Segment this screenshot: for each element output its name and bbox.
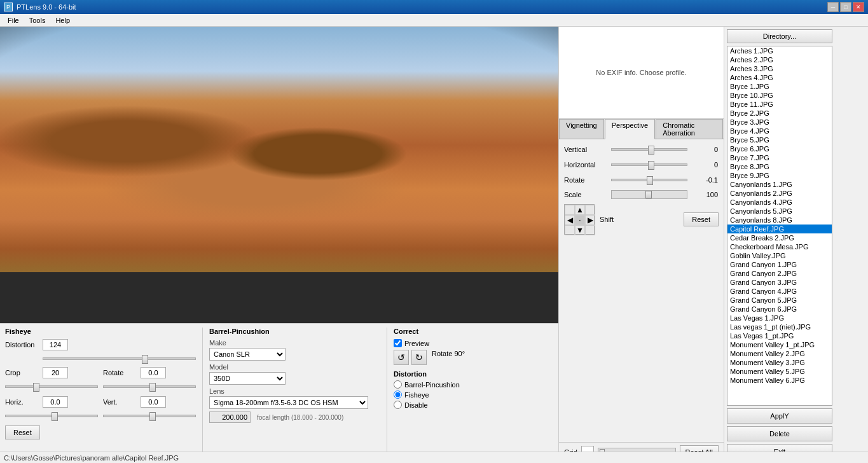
apply-button[interactable]: ApplY bbox=[727, 408, 832, 424]
file-item[interactable]: Las Vegas 1_pt.JPG bbox=[727, 331, 832, 340]
file-item[interactable]: Las vegas 1_pt (niet).JPG bbox=[727, 322, 832, 331]
file-item[interactable]: Bryce 4.JPG bbox=[727, 127, 832, 135]
fisheye-rotate-slider[interactable] bbox=[103, 381, 196, 392]
vertical-thumb[interactable] bbox=[648, 146, 654, 155]
file-item[interactable]: Grand Canyon 4.JPG bbox=[727, 287, 832, 296]
vert-thumb[interactable] bbox=[149, 412, 156, 421]
scale-slider[interactable] bbox=[611, 190, 687, 199]
horizontal-thumb[interactable] bbox=[648, 161, 654, 170]
crop-input[interactable] bbox=[43, 367, 68, 378]
vertical-slider[interactable] bbox=[611, 144, 687, 155]
shift-up[interactable]: ▲ bbox=[575, 205, 585, 215]
distortion-thumb[interactable] bbox=[142, 355, 148, 364]
shift-downleft[interactable] bbox=[565, 225, 575, 235]
tab-perspective[interactable]: Perspective bbox=[605, 119, 655, 139]
file-item[interactable]: Monument Valley 2.JPG bbox=[727, 349, 832, 358]
horiz-input[interactable] bbox=[43, 396, 68, 408]
file-item[interactable]: Canyonlands 8.JPG bbox=[727, 216, 832, 225]
file-item[interactable]: Arches 2.JPG bbox=[727, 55, 832, 64]
file-list[interactable]: Arches 1.JPGArches 2.JPGArches 3.JPGArch… bbox=[727, 46, 832, 406]
horiz-slider[interactable] bbox=[5, 410, 98, 422]
close-button[interactable]: ✕ bbox=[853, 2, 864, 12]
file-item[interactable]: Monument Valley 5.JPG bbox=[727, 367, 832, 376]
vert-input[interactable] bbox=[141, 396, 166, 408]
file-item[interactable]: Bryce 1.JPG bbox=[727, 82, 832, 91]
file-item[interactable]: Monument Valley 6.JPG bbox=[727, 376, 832, 385]
distortion-slider[interactable] bbox=[43, 353, 196, 364]
vert-slider[interactable] bbox=[103, 410, 196, 422]
horiz-thumb[interactable] bbox=[52, 412, 58, 421]
file-item[interactable]: Grand Canyon 1.JPG bbox=[727, 260, 832, 269]
crop-thumb[interactable] bbox=[33, 383, 39, 392]
rotate-label: Rotate 90° bbox=[432, 350, 465, 365]
shift-upright[interactable] bbox=[585, 205, 595, 215]
shift-downright[interactable] bbox=[585, 225, 595, 235]
lens-dropdown[interactable]: Sigma 18-200mm f/3.5-6.3 DC OS HSM bbox=[209, 396, 368, 409]
fisheye-rotate-thumb[interactable] bbox=[149, 383, 156, 392]
horizontal-slider[interactable] bbox=[611, 160, 687, 170]
file-item[interactable]: Bryce 11.JPG bbox=[727, 100, 832, 109]
file-item[interactable]: Capitol Reef.JPG bbox=[727, 225, 832, 233]
help-menu[interactable]: Help bbox=[50, 15, 75, 25]
model-dropdown[interactable]: 350D bbox=[209, 372, 286, 385]
file-item[interactable]: Grand Canyon 3.JPG bbox=[727, 278, 832, 287]
file-item[interactable]: Bryce 9.JPG bbox=[727, 171, 832, 180]
tab-vignetting[interactable]: Vignetting bbox=[559, 119, 604, 139]
disable-radio[interactable] bbox=[394, 401, 402, 409]
rotate-slider[interactable] bbox=[611, 175, 687, 185]
file-item[interactable]: Las Vegas 1.JPG bbox=[727, 314, 832, 322]
preview-checkbox[interactable] bbox=[394, 339, 402, 347]
shift-center[interactable]: · bbox=[575, 215, 585, 225]
focal-input[interactable] bbox=[209, 411, 251, 423]
distortion-input[interactable] bbox=[43, 339, 68, 350]
shift-down[interactable]: ▼ bbox=[575, 225, 585, 235]
perspective-reset-button[interactable]: Reset bbox=[684, 212, 719, 226]
scale-thumb[interactable] bbox=[645, 191, 652, 198]
file-item[interactable]: Bryce 7.JPG bbox=[727, 153, 832, 162]
file-item[interactable]: Arches 1.JPG bbox=[727, 46, 832, 55]
title-buttons[interactable]: ─ □ ✕ bbox=[827, 2, 864, 12]
file-item[interactable]: Canyonlands 2.JPG bbox=[727, 189, 832, 198]
fisheye-reset-button[interactable]: Reset bbox=[5, 425, 40, 439]
file-item[interactable]: Bryce 10.JPG bbox=[727, 91, 832, 100]
file-item[interactable]: Arches 3.JPG bbox=[727, 64, 832, 73]
file-item[interactable]: Bryce 3.JPG bbox=[727, 118, 832, 127]
barrel-radio[interactable] bbox=[394, 380, 402, 389]
shift-upleft[interactable] bbox=[565, 205, 575, 215]
file-item[interactable]: Canyonlands 5.JPG bbox=[727, 207, 832, 216]
file-item[interactable]: Monument Valley 3.JPG bbox=[727, 358, 832, 367]
file-item[interactable]: Arches 4.JPG bbox=[727, 73, 832, 82]
file-item[interactable]: Canyonlands 1.JPG bbox=[727, 180, 832, 189]
rotate-cw-button[interactable]: ↻ bbox=[411, 350, 427, 365]
file-item[interactable]: Canyonlands 4.JPG bbox=[727, 198, 832, 207]
shift-left[interactable]: ◀ bbox=[565, 215, 575, 225]
file-item[interactable]: Bryce 8.JPG bbox=[727, 162, 832, 171]
rotate-thumb[interactable] bbox=[647, 176, 653, 185]
file-item[interactable]: Checkerboard Mesa.JPG bbox=[727, 242, 832, 251]
preview-area: No EXIF info. Choose profile. bbox=[559, 27, 724, 119]
file-item[interactable]: Bryce 6.JPG bbox=[727, 144, 832, 153]
crop-slider[interactable] bbox=[5, 381, 98, 392]
file-item[interactable]: Bryce 5.JPG bbox=[727, 135, 832, 144]
rotate-ccw-button[interactable]: ↺ bbox=[394, 350, 409, 365]
fisheye-rotate-input[interactable] bbox=[141, 367, 166, 378]
file-item[interactable]: Grand Canyon 5.JPG bbox=[727, 296, 832, 305]
tab-chromatic[interactable]: Chromatic Aberration bbox=[656, 119, 723, 139]
file-item[interactable]: Monument Valley 1_pt.JPG bbox=[727, 340, 832, 349]
fisheye-radio[interactable] bbox=[394, 390, 402, 399]
statusbar: C:\Users\Gosse\Pictures\panoram alle\Cap… bbox=[0, 452, 868, 463]
minimize-button[interactable]: ─ bbox=[827, 2, 839, 12]
file-item[interactable]: Bryce 2.JPG bbox=[727, 109, 832, 118]
tools-menu[interactable]: Tools bbox=[24, 15, 51, 25]
file-menu[interactable]: File bbox=[3, 15, 24, 25]
file-item[interactable]: Grand Canyon 2.JPG bbox=[727, 269, 832, 278]
make-dropdown[interactable]: Canon SLR bbox=[209, 348, 286, 361]
maximize-button[interactable]: □ bbox=[840, 2, 851, 12]
file-item[interactable]: Grand Canyon 6.JPG bbox=[727, 305, 832, 314]
directory-button[interactable]: Directory... bbox=[727, 29, 832, 43]
file-item[interactable]: Goblin Valley.JPG bbox=[727, 251, 832, 260]
shift-arrows[interactable]: ▲ ◀ · ▶ ▼ bbox=[564, 204, 595, 235]
file-item[interactable]: Cedar Breaks 2.JPG bbox=[727, 233, 832, 242]
shift-right[interactable]: ▶ bbox=[585, 215, 595, 225]
delete-button[interactable]: Delete bbox=[727, 426, 832, 441]
